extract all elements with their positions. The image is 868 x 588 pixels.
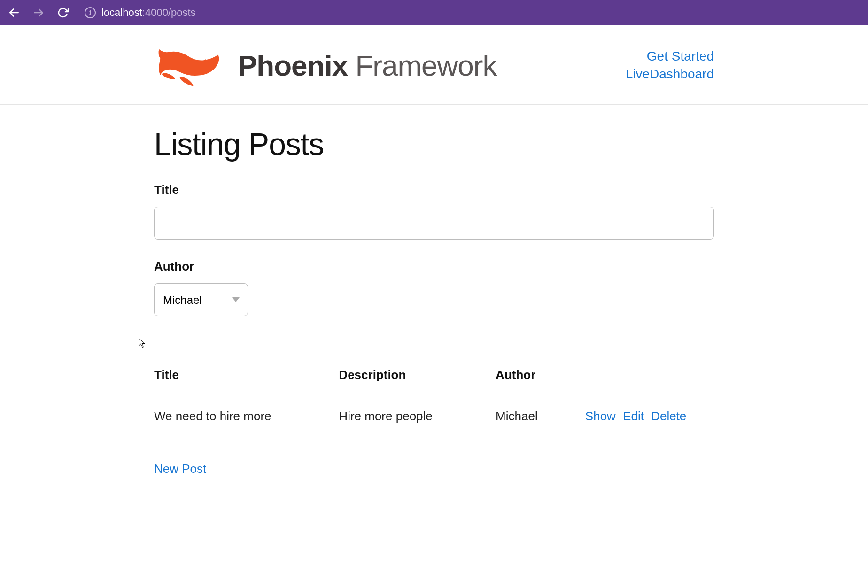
- url-text: localhost:4000/posts: [101, 7, 196, 19]
- table-row: We need to hire more Hire more people Mi…: [154, 395, 714, 438]
- header-nav: Get Started LiveDashboard: [626, 49, 714, 82]
- reload-icon: [57, 7, 69, 18]
- info-icon: i: [85, 7, 96, 18]
- td-actions: Show Edit Delete: [585, 395, 714, 438]
- arrow-left-icon: [8, 7, 20, 19]
- logo-text-bold: Phoenix: [238, 49, 348, 82]
- show-link[interactable]: Show: [585, 409, 616, 423]
- forward-button[interactable]: [31, 5, 46, 20]
- get-started-link[interactable]: Get Started: [647, 49, 714, 64]
- url-path: /posts: [168, 7, 196, 18]
- th-author: Author: [496, 368, 585, 395]
- title-filter-label: Title: [154, 183, 714, 197]
- reload-button[interactable]: [55, 5, 70, 20]
- url-host: localhost: [101, 7, 142, 18]
- logo-text-light: Framework: [355, 49, 496, 82]
- table-header-row: Title Description Author: [154, 368, 714, 395]
- arrow-right-icon: [32, 7, 45, 19]
- delete-link[interactable]: Delete: [651, 409, 686, 423]
- live-dashboard-link[interactable]: LiveDashboard: [626, 67, 714, 82]
- filter-form: Title Author Michael: [154, 183, 714, 316]
- page-title: Listing Posts: [154, 126, 714, 162]
- url-bar[interactable]: i localhost:4000/posts: [85, 7, 196, 19]
- new-post-link[interactable]: New Post: [154, 462, 206, 476]
- browser-toolbar: i localhost:4000/posts: [0, 0, 868, 25]
- logo-text: Phoenix Framework: [238, 49, 496, 82]
- logo[interactable]: Phoenix Framework: [154, 39, 496, 91]
- main-content: Listing Posts Title Author Michael Title…: [77, 126, 791, 476]
- site-header: Phoenix Framework Get Started LiveDashbo…: [0, 25, 868, 105]
- title-filter-input[interactable]: [154, 207, 714, 240]
- th-title: Title: [154, 368, 339, 395]
- author-filter-label: Author: [154, 259, 714, 274]
- td-title: We need to hire more: [154, 395, 339, 438]
- td-description: Hire more people: [339, 395, 496, 438]
- back-button[interactable]: [7, 5, 22, 20]
- th-actions: [585, 368, 714, 395]
- td-author: Michael: [496, 395, 585, 438]
- edit-link[interactable]: Edit: [623, 409, 644, 423]
- phoenix-logo-icon: [154, 39, 225, 91]
- url-port: :4000: [142, 7, 168, 18]
- posts-table: Title Description Author We need to hire…: [154, 368, 714, 438]
- author-filter-select[interactable]: Michael: [154, 283, 248, 316]
- th-description: Description: [339, 368, 496, 395]
